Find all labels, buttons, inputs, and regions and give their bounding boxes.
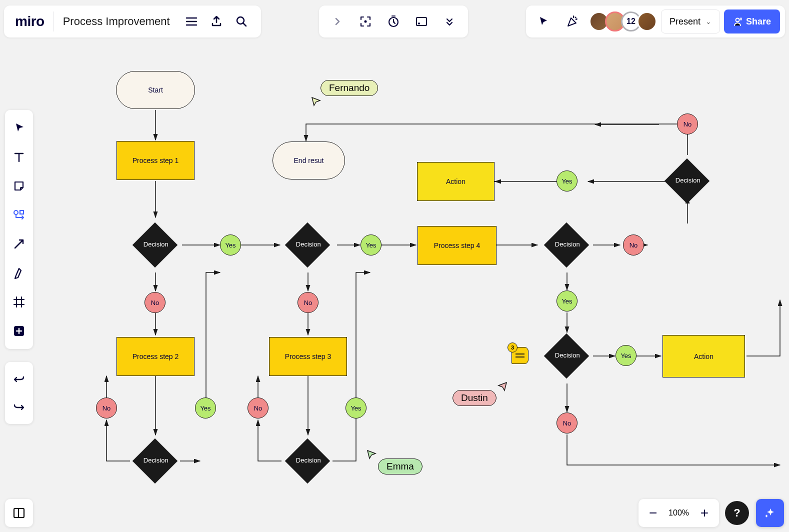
collaborator-cursor-emma: Emma [378,458,422,474]
flowchart-terminator-start[interactable]: Start [116,71,195,109]
collaborator-cursor-fernando: Fernando [320,80,378,96]
flowchart-process-1[interactable]: Process step 1 [116,141,194,180]
flowchart-answer-no[interactable]: No [96,398,117,418]
flowchart-process-4[interactable]: Process step 4 [418,226,496,265]
collaborator-cursor-icon [310,96,322,107]
flowchart-terminator-end[interactable]: End resut [272,142,345,180]
help-button[interactable]: ? [725,501,749,525]
flowchart-answer-no[interactable]: No [556,412,578,434]
flowchart-process-2[interactable]: Process step 2 [116,337,194,376]
panel-icon [12,506,26,520]
flowchart-action-1[interactable]: Action [417,162,494,201]
flowchart-answer-yes[interactable]: Yes [346,398,366,418]
question-icon: ? [734,506,740,520]
flowchart-answer-yes[interactable]: Yes [616,345,636,366]
collaborator-cursor-dustin: Dustin [452,390,496,406]
flowchart-answer-yes[interactable]: Yes [556,170,578,192]
ai-assist-button[interactable] [756,499,784,527]
canvas[interactable]: Start End resut Process step 1 Process s… [0,0,789,532]
layers-panel-button[interactable] [5,499,33,527]
flowchart-answer-yes[interactable]: Yes [360,234,382,256]
collaborator-cursor-icon [366,449,377,460]
comment-count-badge[interactable]: 3 [508,342,518,352]
flowchart-answer-no[interactable]: No [623,234,644,256]
flowchart-answer-no[interactable]: No [248,398,268,418]
zoom-in-button[interactable]: + [697,505,712,521]
flowchart-answer-no[interactable]: No [677,114,698,134]
zoom-controls: − 100% + [638,499,719,527]
zoom-level[interactable]: 100% [668,508,689,518]
flowchart-answer-yes[interactable]: Yes [195,398,216,418]
flowchart-action-2[interactable]: Action [662,335,745,378]
zoom-out-button[interactable]: − [646,505,660,521]
flowchart-answer-no[interactable]: No [144,292,166,313]
flowchart-answer-yes[interactable]: Yes [556,290,578,312]
flowchart-process-3[interactable]: Process step 3 [269,337,347,376]
sparkle-icon [764,506,776,520]
collaborator-cursor-icon [497,381,508,392]
flowchart-answer-no[interactable]: No [298,292,318,313]
flowchart-answer-yes[interactable]: Yes [220,234,241,256]
